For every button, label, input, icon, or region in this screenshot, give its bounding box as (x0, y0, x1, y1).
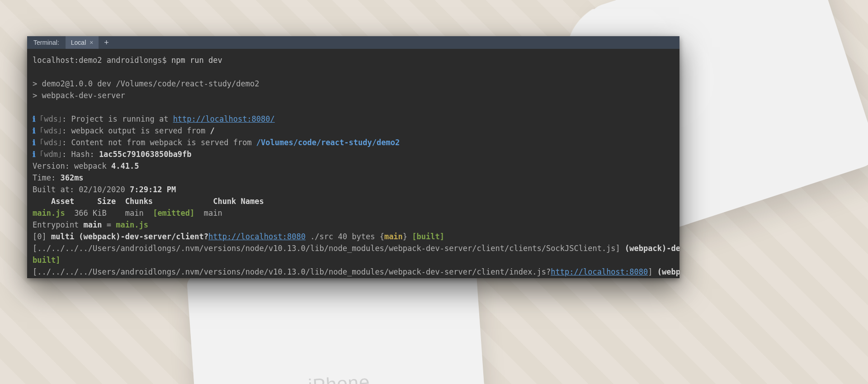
asset-name: main.js (33, 209, 65, 218)
npm-line: > demo2@1.0.0 dev /Volumes/code/react-st… (33, 79, 259, 88)
command: npm run dev (171, 56, 222, 65)
built-tag: [built] (412, 232, 444, 241)
asset-table-header: Asset Size Chunks Chunk Names (33, 197, 264, 206)
phone-box-label: iPhone (307, 371, 371, 384)
build-hash: 1ac55c791063850ba9fb (99, 150, 192, 159)
built-tag: built] (33, 256, 60, 265)
server-url-link[interactable]: http://localhost:8080/ (173, 114, 275, 123)
module-url-link[interactable]: http://localhost:8080 (551, 267, 648, 276)
build-timestamp: 7:29:12 PM (130, 185, 176, 194)
module-path: [../../../../Users/androidlongs/.nvm/ver… (33, 267, 551, 276)
new-tab-button[interactable]: + (99, 36, 114, 49)
entry-file: main.js (116, 220, 148, 229)
emitted-tag: [emitted] (144, 209, 204, 218)
prompt: localhost:demo2 androidlongs$ (33, 56, 171, 65)
terminal-tab-local[interactable]: Local × (66, 36, 99, 49)
plus-icon: + (104, 38, 109, 47)
build-time: 362ms (60, 173, 83, 182)
close-icon[interactable]: × (90, 39, 93, 46)
terminal-title: Terminal: (27, 36, 66, 49)
content-path: /Volumes/code/react-study/demo2 (256, 138, 400, 147)
terminal-tab-label: Local (71, 39, 86, 46)
module-url-link[interactable]: http://localhost:8080 (208, 232, 306, 241)
terminal-window: Terminal: Local × + localhost:demo2 andr… (27, 36, 679, 278)
webpack-version: 4.41.5 (111, 161, 139, 171)
npm-line: > webpack-dev-server (33, 91, 125, 100)
module-path: [../../../../Users/androidlongs/.nvm/ver… (33, 244, 625, 253)
terminal-tabbar: Terminal: Local × + (27, 36, 679, 49)
terminal-output[interactable]: localhost:demo2 androidlongs$ npm run de… (27, 49, 679, 278)
